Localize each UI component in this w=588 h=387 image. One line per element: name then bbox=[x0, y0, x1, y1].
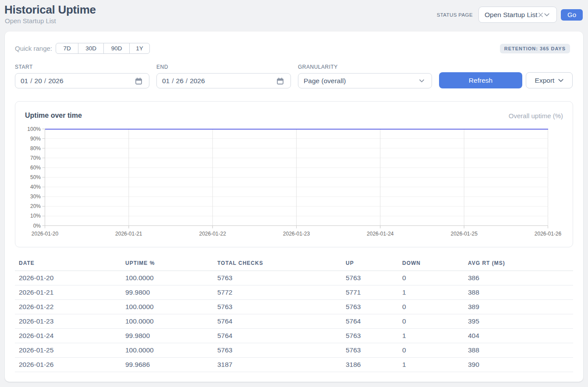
svg-text:10%: 10% bbox=[30, 213, 41, 219]
svg-text:20%: 20% bbox=[30, 203, 41, 209]
svg-text:40%: 40% bbox=[30, 184, 41, 190]
svg-text:2026-01-25: 2026-01-25 bbox=[451, 231, 478, 237]
svg-text:60%: 60% bbox=[30, 165, 41, 171]
svg-text:0%: 0% bbox=[33, 223, 41, 229]
svg-text:50%: 50% bbox=[30, 174, 41, 180]
svg-text:2026-01-20: 2026-01-20 bbox=[32, 231, 59, 237]
svg-text:2026-01-21: 2026-01-21 bbox=[115, 231, 142, 237]
svg-text:100%: 100% bbox=[27, 126, 41, 132]
svg-text:30%: 30% bbox=[30, 194, 41, 200]
svg-text:2026-01-22: 2026-01-22 bbox=[199, 231, 227, 237]
svg-text:90%: 90% bbox=[30, 136, 41, 142]
svg-text:2026-01-26: 2026-01-26 bbox=[535, 231, 562, 237]
svg-text:70%: 70% bbox=[30, 155, 41, 161]
svg-text:80%: 80% bbox=[30, 145, 41, 151]
svg-text:2026-01-23: 2026-01-23 bbox=[283, 231, 310, 237]
svg-text:2026-01-24: 2026-01-24 bbox=[367, 231, 394, 237]
